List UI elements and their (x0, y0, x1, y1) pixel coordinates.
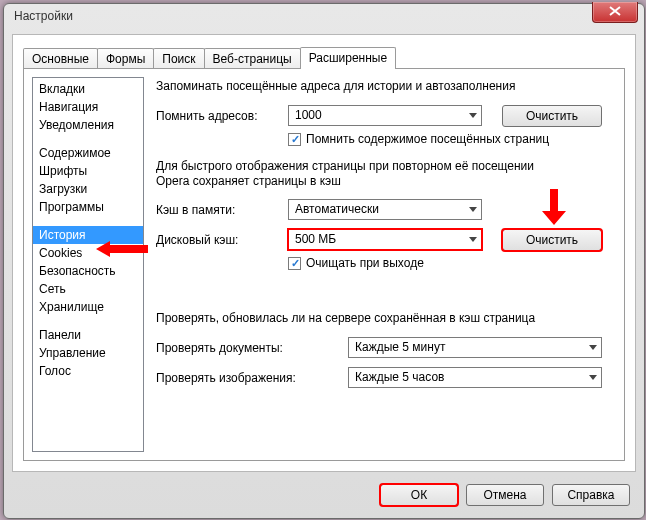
annotation-arrow-down (542, 189, 566, 228)
section-history-title: Запоминать посещённые адреса для истории… (156, 79, 515, 93)
close-icon (609, 6, 621, 16)
check-imgs-combo[interactable]: Каждые 5 часов (348, 367, 602, 388)
ok-button[interactable]: ОК (380, 484, 458, 506)
check-docs-label: Проверять документы: (156, 341, 283, 355)
sidebar: Вкладки Навигация Уведомления Содержимое… (32, 77, 144, 452)
sidebar-item-management[interactable]: Управление (33, 344, 143, 362)
close-button[interactable] (592, 2, 638, 23)
sidebar-item-panels[interactable]: Панели (33, 326, 143, 344)
tab-forms[interactable]: Формы (97, 48, 154, 69)
content-area: Запоминать посещённые адреса для истории… (156, 77, 616, 452)
sidebar-item-security[interactable]: Безопасность (33, 262, 143, 280)
section-cache-line1: Для быстрого отображения страницы при по… (156, 159, 534, 173)
titlebar: Настройки (4, 4, 644, 30)
sidebar-item-navigation[interactable]: Навигация (33, 98, 143, 116)
tab-strip: Основные Формы Поиск Веб-страницы Расшир… (23, 47, 625, 69)
check-imgs-value: Каждые 5 часов (355, 370, 444, 384)
clear-on-exit-checkbox[interactable] (288, 257, 301, 270)
check-docs-value: Каждые 5 минут (355, 340, 445, 354)
svg-marker-0 (96, 241, 148, 257)
check-imgs-label: Проверять изображения: (156, 371, 296, 385)
mem-cache-combo[interactable]: Автоматически (288, 199, 482, 220)
chevron-down-icon (469, 237, 477, 242)
tab-basic[interactable]: Основные (23, 48, 98, 69)
disk-cache-label: Дисковый кэш: (156, 233, 238, 247)
sidebar-item-content[interactable]: Содержимое (33, 144, 143, 162)
sidebar-item-downloads[interactable]: Загрузки (33, 180, 143, 198)
mem-cache-value: Автоматически (295, 202, 379, 216)
window-title: Настройки (14, 9, 73, 23)
check-docs-combo[interactable]: Каждые 5 минут (348, 337, 602, 358)
mem-cache-label: Кэш в памяти: (156, 203, 235, 217)
tab-webpages[interactable]: Веб-страницы (204, 48, 301, 69)
cancel-button[interactable]: Отмена (466, 484, 544, 506)
sidebar-item-voice[interactable]: Голос (33, 362, 143, 380)
tab-advanced[interactable]: Расширенные (300, 47, 397, 69)
disk-cache-combo[interactable]: 500 МБ (288, 229, 482, 250)
chevron-down-icon (469, 113, 477, 118)
addresses-combo[interactable]: 1000 (288, 105, 482, 126)
sidebar-item-storage[interactable]: Хранилище (33, 298, 143, 316)
section-check-title: Проверять, обновилась ли на сервере сохр… (156, 311, 535, 325)
tab-search[interactable]: Поиск (153, 48, 204, 69)
dialog-window: Настройки Основные Формы Поиск Веб-стран… (3, 3, 645, 519)
disk-cache-value: 500 МБ (295, 232, 336, 246)
clear-cache-button[interactable]: Очистить (502, 229, 602, 251)
sidebar-item-notifications[interactable]: Уведомления (33, 116, 143, 134)
sidebar-item-programs[interactable]: Программы (33, 198, 143, 216)
dialog-footer: ОК Отмена Справка (12, 480, 636, 510)
remember-content-label: Помнить содержимое посещённых страниц (306, 132, 549, 146)
sidebar-item-network[interactable]: Сеть (33, 280, 143, 298)
chevron-down-icon (589, 345, 597, 350)
addresses-label: Помнить адресов: (156, 109, 258, 123)
section-cache-line2: Opera сохраняет страницы в кэш (156, 174, 341, 188)
chevron-down-icon (469, 207, 477, 212)
client-area: Основные Формы Поиск Веб-страницы Расшир… (12, 34, 636, 472)
clear-history-button[interactable]: Очистить (502, 105, 602, 127)
clear-on-exit-label: Очищать при выходе (306, 256, 424, 270)
addresses-value: 1000 (295, 108, 322, 122)
svg-marker-1 (542, 189, 566, 225)
tab-pane: Вкладки Навигация Уведомления Содержимое… (23, 68, 625, 461)
remember-content-checkbox[interactable] (288, 133, 301, 146)
sidebar-item-tabs[interactable]: Вкладки (33, 80, 143, 98)
sidebar-item-fonts[interactable]: Шрифты (33, 162, 143, 180)
annotation-arrow-left (96, 239, 150, 262)
help-button[interactable]: Справка (552, 484, 630, 506)
chevron-down-icon (589, 375, 597, 380)
